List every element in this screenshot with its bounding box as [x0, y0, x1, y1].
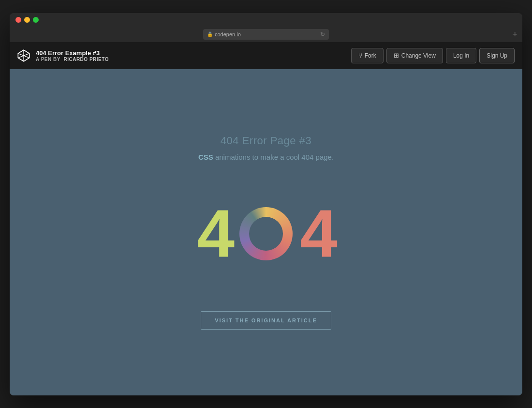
login-label: Log In — [453, 52, 469, 59]
css-word: CSS — [198, 153, 213, 161]
address-field[interactable]: 🔒 codepen.io ↻ — [203, 29, 329, 40]
login-button[interactable]: Log In — [446, 48, 476, 63]
fork-icon: ⑂ — [358, 52, 362, 60]
right-four: 4 — [300, 200, 335, 268]
traffic-lights — [15, 17, 39, 23]
left-four: 4 — [197, 200, 232, 268]
browser-window: 🔒 codepen.io ↻ + 404 Error Example #3 A … — [10, 13, 522, 395]
maximize-button[interactable] — [33, 17, 39, 23]
visit-original-button[interactable]: VISIT THE ORIGINAL ARTICLE — [201, 311, 331, 330]
refresh-icon[interactable]: ↻ — [320, 31, 325, 38]
main-content: 404 Error Page #3 CSS animations to make… — [10, 69, 522, 395]
pen-title: 404 Error Example #3 — [36, 49, 345, 57]
minimize-button[interactable] — [24, 17, 30, 23]
signup-button[interactable]: Sign Up — [479, 48, 515, 63]
spinning-o — [239, 207, 293, 260]
change-view-icon: ⊞ — [394, 52, 399, 59]
fork-label: Fork — [365, 52, 376, 59]
visit-btn-label: VISIT THE ORIGINAL ARTICLE — [215, 317, 317, 323]
error-404-display: 4 4 — [197, 200, 335, 268]
url-text: codepen.io — [215, 31, 318, 37]
pen-author-label: A PEN BY — [36, 57, 60, 62]
pen-author-name[interactable]: Ricardo Prieto — [63, 57, 109, 62]
page-subtitle: CSS animations to make a cool 404 page. — [198, 153, 334, 161]
pen-info: 404 Error Example #3 A PEN BY Ricardo Pr… — [36, 49, 345, 62]
address-bar-row: 🔒 codepen.io ↻ + — [10, 27, 522, 42]
subtitle-suffix: animations to make a cool 404 page. — [213, 153, 334, 161]
nav-buttons: ⑂ Fork ⊞ Change View Log In Sign Up — [351, 48, 515, 63]
zero-circle — [237, 205, 295, 263]
change-view-button[interactable]: ⊞ Change View — [386, 48, 443, 63]
fork-button[interactable]: ⑂ Fork — [351, 48, 384, 63]
lock-icon: 🔒 — [207, 31, 213, 37]
signup-label: Sign Up — [487, 52, 507, 59]
title-bar — [10, 13, 522, 27]
codepen-navbar: 404 Error Example #3 A PEN BY Ricardo Pr… — [10, 42, 522, 69]
pen-author-line: A PEN BY Ricardo Prieto — [36, 57, 345, 62]
new-tab-icon[interactable]: + — [512, 30, 517, 39]
change-view-label: Change View — [401, 52, 436, 59]
page-title: 404 Error Page #3 — [221, 135, 311, 147]
codepen-logo — [17, 49, 30, 62]
close-button[interactable] — [15, 17, 21, 23]
